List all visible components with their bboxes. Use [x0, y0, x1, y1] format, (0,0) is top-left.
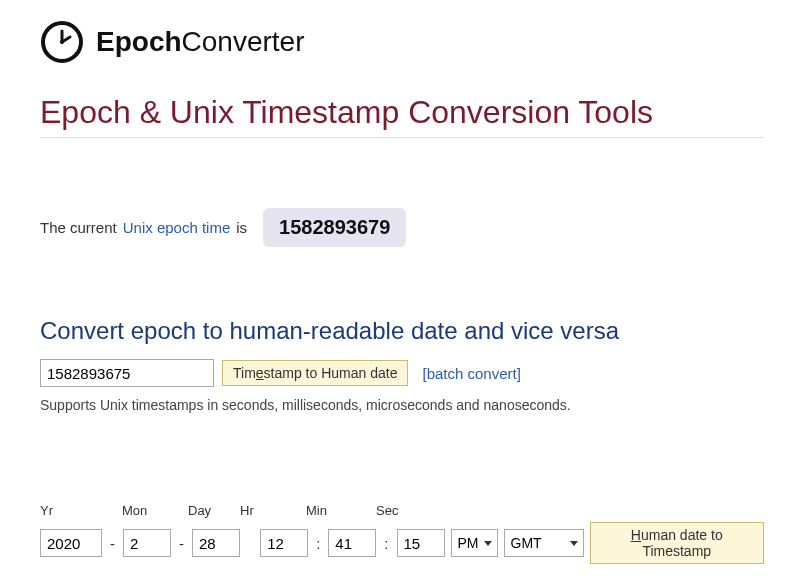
label-day: Day [188, 503, 234, 518]
timezone-select[interactable]: GMT [504, 529, 584, 557]
btn-prefix: Tim [233, 365, 256, 381]
datetime-section: Yr Mon Day Hr Min Sec - - : : PM GMT Hum… [40, 503, 764, 564]
svg-point-3 [60, 40, 64, 44]
datetime-labels: Yr Mon Day Hr Min Sec [40, 503, 764, 518]
current-suffix: is [236, 219, 247, 236]
logo: EpochConverter [40, 20, 764, 64]
datetime-inputs: - - : : PM GMT Human date to Timestamp [40, 522, 764, 564]
minute-input[interactable] [328, 529, 376, 557]
logo-text: EpochConverter [96, 26, 305, 58]
ampm-select-wrap: PM [451, 529, 498, 557]
btn-suffix: stamp to Human date [264, 365, 398, 381]
unix-epoch-time-link[interactable]: Unix epoch time [123, 219, 231, 236]
second-input[interactable] [397, 529, 445, 557]
logo-rest: Converter [182, 26, 305, 57]
label-yr: Yr [40, 503, 100, 518]
hour-input[interactable] [260, 529, 308, 557]
clock-icon [40, 20, 84, 64]
sep-dash-1: - [108, 535, 117, 552]
human-to-timestamp-button[interactable]: Human date to Timestamp [590, 522, 764, 564]
timestamp-to-human-button[interactable]: Timestamp to Human date [222, 360, 408, 386]
current-epoch-line: The current Unix epoch time is 158289367… [40, 208, 764, 247]
btn-ul: e [256, 365, 264, 381]
ampm-select[interactable]: PM [451, 529, 498, 557]
btn2-ul: H [631, 527, 641, 543]
current-prefix: The current [40, 219, 117, 236]
page-title: Epoch & Unix Timestamp Conversion Tools [40, 94, 764, 138]
btn2-suffix: uman date to Timestamp [641, 527, 723, 559]
timestamp-hint: Supports Unix timestamps in seconds, mil… [40, 397, 764, 413]
label-mon: Mon [122, 503, 166, 518]
label-hr: Hr [240, 503, 284, 518]
label-min: Min [306, 503, 354, 518]
timestamp-input[interactable] [40, 359, 214, 387]
day-input[interactable] [192, 529, 240, 557]
section-convert-title: Convert epoch to human-readable date and… [40, 317, 764, 345]
current-epoch-value: 1582893679 [263, 208, 406, 247]
sep-colon-1: : [314, 535, 322, 552]
sep-dash-2: - [177, 535, 186, 552]
logo-bold: Epoch [96, 26, 182, 57]
month-input[interactable] [123, 529, 171, 557]
batch-convert-link[interactable]: [batch convert] [422, 365, 520, 382]
timestamp-row: Timestamp to Human date [batch convert] [40, 359, 764, 387]
year-input[interactable] [40, 529, 102, 557]
sep-space [246, 535, 254, 552]
sep-colon-2: : [382, 535, 390, 552]
label-sec: Sec [376, 503, 422, 518]
tz-select-wrap: GMT [504, 529, 584, 557]
